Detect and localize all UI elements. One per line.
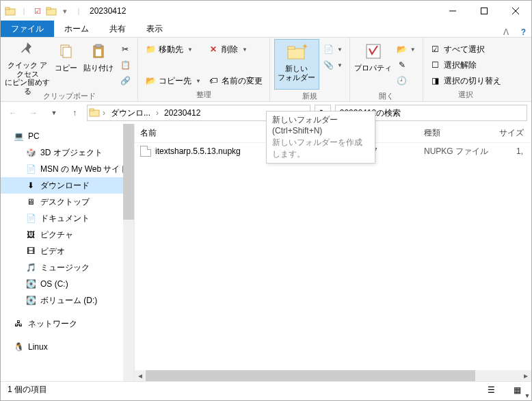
tab-file[interactable]: ファイル — [1, 21, 54, 37]
tree-linux[interactable]: 🐧 Linux — [1, 339, 134, 355]
scissors-icon: ✂ — [120, 44, 131, 55]
linux-icon: 🐧 — [13, 341, 24, 352]
tree-item[interactable]: 🎵ミュージック — [1, 259, 134, 276]
ribbon-group-select: ☑すべて選択 ☐選択解除 ◨選択の切り替え 選択 — [423, 38, 508, 101]
breadcrumb-seg[interactable]: 20230412 — [161, 108, 203, 118]
svg-rect-5 — [481, 8, 488, 14]
pin-quickaccess-button[interactable]: クイック アクセス にピン留めする — [5, 39, 50, 90]
tab-home[interactable]: ホーム — [54, 21, 99, 37]
doc-icon: 📄 — [25, 213, 36, 224]
pic-icon: 🖼 — [25, 229, 36, 240]
scrollbar-thumb[interactable] — [146, 370, 475, 381]
edit-icon: ✎ — [397, 60, 408, 70]
scrollbar-thumb[interactable] — [123, 124, 134, 220]
tree-network[interactable]: 🖧 ネットワーク — [1, 315, 134, 332]
h-scrollbar[interactable]: ◂ ▸ — [135, 370, 531, 381]
svg-rect-3 — [46, 8, 51, 10]
open-icon: 📂 — [397, 44, 408, 55]
desk-icon: 🖥 — [25, 196, 36, 207]
breadcrumb-sep-icon[interactable]: › — [156, 108, 159, 118]
breadcrumb-seg[interactable]: ダウンロ... — [108, 107, 153, 119]
drive-icon: 💽 — [25, 295, 36, 306]
tree-item[interactable]: 🎞ビデオ — [1, 243, 134, 259]
file-icon — [140, 146, 151, 157]
tree-item[interactable]: 🖼ピクチャ — [1, 227, 134, 243]
recent-button[interactable]: ▼ — [46, 105, 62, 121]
selectall-icon: ☑ — [430, 44, 441, 55]
ribbon-collapse-button[interactable]: ᐱ — [496, 27, 516, 37]
view-details-button[interactable]: ☰ — [483, 383, 498, 398]
svg-rect-18 — [90, 109, 94, 111]
close-button[interactable] — [500, 1, 531, 21]
col-type[interactable]: 種類 — [418, 127, 494, 139]
easy-access-button[interactable]: 📎▼ — [321, 57, 345, 73]
ribbon-group-open: プロパティ ▼ 📂▼ ✎ 🕘 開く — [350, 38, 423, 101]
tab-share[interactable]: 共有 — [99, 21, 136, 37]
open-button[interactable]: 📂▼ — [394, 42, 418, 57]
qat-check-icon[interactable]: ☑ — [32, 5, 43, 16]
divider-icon: | — [18, 5, 29, 16]
minimize-button[interactable] — [437, 1, 468, 21]
folder-icon — [46, 5, 57, 16]
properties-button[interactable]: プロパティ ▼ — [354, 39, 393, 90]
tree-item[interactable]: 💽ボリューム (D:) — [1, 292, 134, 309]
nav-tree[interactable]: 💻 PC 🎲3D オブジェクト📄MSN の My Web サイト⬇ダウンロード🖥… — [1, 124, 135, 381]
copy-button[interactable]: コピー — [51, 39, 80, 90]
network-icon: 🖧 — [13, 318, 24, 329]
paste-shortcut-button[interactable]: 🔗 — [117, 73, 133, 88]
view-large-button[interactable]: ▦ — [509, 383, 524, 398]
up-button[interactable]: ↑ — [66, 105, 83, 121]
back-button[interactable]: ← — [5, 105, 21, 121]
tab-view[interactable]: 表示 — [136, 21, 173, 37]
ribbon-group-clipboard: クイック アクセス にピン留めする コピー 貼り付け ▼ ✂ 📋 🔗 クリップボ… — [1, 38, 138, 101]
scroll-left-button[interactable]: ◂ — [135, 370, 146, 381]
delete-button[interactable]: ✕削除▼ — [205, 42, 265, 57]
copy-to-button[interactable]: 📂コピー先▼ — [142, 73, 204, 88]
ribbon-group-new: ✦ 新しい フォルダー 📄▼ 📎▼ 新規 — [270, 38, 350, 101]
select-all-button[interactable]: ☑すべて選択 — [427, 42, 504, 57]
svg-rect-11 — [96, 44, 101, 47]
svg-rect-9 — [63, 47, 71, 57]
folder-icon — [89, 107, 100, 120]
col-size[interactable]: サイズ — [494, 127, 531, 139]
svg-rect-14 — [288, 47, 295, 49]
invert-icon: ◨ — [430, 75, 441, 86]
new-item-button[interactable]: 📄▼ — [321, 42, 345, 57]
history-icon: 🕘 — [397, 75, 408, 86]
ribbon-tabs: ファイル ホーム 共有 表示 ᐱ ? — [1, 21, 531, 38]
vid-icon: 🎞 — [25, 246, 36, 257]
tree-item[interactable]: 📄MSN の My Web サイト — [1, 161, 134, 177]
cut-button[interactable]: ✂ — [117, 42, 133, 57]
select-none-button[interactable]: ☐選択解除 — [427, 57, 504, 73]
qat-dropdown-icon[interactable]: ▾ — [59, 5, 70, 16]
copy-path-button[interactable]: 📋 — [117, 57, 133, 73]
ribbon-group-organize: 📁移動先▼ 📂コピー先▼ ✕削除▼ 🏷名前の変更 整理 — [138, 38, 270, 101]
tree-item[interactable]: 🖥デスクトップ — [1, 194, 134, 210]
breadcrumb-sep-icon[interactable]: › — [103, 108, 105, 118]
edit-button[interactable]: ✎ — [394, 57, 418, 73]
rename-button[interactable]: 🏷名前の変更 — [205, 73, 265, 88]
tree-item[interactable]: 💽OS (C:) — [1, 276, 134, 292]
maximize-button[interactable] — [468, 1, 500, 21]
tree-item[interactable]: 📄ドキュメント — [1, 210, 134, 227]
cube-icon: 🎲 — [25, 147, 36, 158]
scroll-right-button[interactable]: ▸ — [520, 370, 531, 381]
help-icon[interactable]: ? — [516, 27, 531, 37]
tree-item[interactable]: 🎲3D オブジェクト — [1, 144, 134, 161]
page-icon: 📄 — [25, 164, 36, 174]
invert-selection-button[interactable]: ◨選択の切り替え — [427, 73, 504, 88]
history-button[interactable]: 🕘 — [394, 73, 418, 88]
svg-rect-12 — [96, 49, 101, 56]
tree-item[interactable]: ⬇ダウンロード — [1, 177, 134, 194]
move-to-button[interactable]: 📁移動先▼ — [142, 42, 204, 57]
selectnone-icon: ☐ — [430, 60, 441, 70]
tree-scrollbar[interactable] — [123, 124, 134, 381]
new-folder-button[interactable]: ✦ 新しい フォルダー — [274, 39, 319, 90]
easyaccess-icon: 📎 — [323, 60, 334, 70]
paste-icon — [88, 40, 109, 62]
forward-button[interactable]: → — [25, 105, 42, 121]
item-count: 1 個の項目 — [8, 384, 47, 396]
tree-pc[interactable]: 💻 PC — [1, 128, 134, 144]
paste-button[interactable]: 貼り付け ▼ — [81, 39, 116, 90]
chevron-down-icon: ▼ — [524, 393, 530, 399]
